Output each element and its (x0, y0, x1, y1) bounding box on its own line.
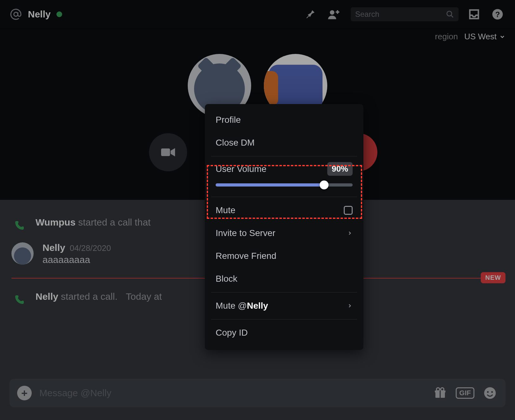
user-volume-label: User Volume (216, 164, 266, 174)
gif-button[interactable]: GIF (456, 387, 474, 399)
menu-copy-id[interactable]: Copy ID (205, 321, 363, 344)
checkbox-icon[interactable] (344, 206, 353, 215)
svg-text:?: ? (495, 10, 500, 19)
phone-icon (11, 218, 27, 233)
avatar[interactable] (11, 242, 34, 265)
svg-point-10 (441, 388, 444, 391)
call-text: started a call that (75, 217, 151, 227)
menu-block[interactable]: Block (205, 267, 363, 290)
svg-point-11 (484, 387, 496, 399)
video-button[interactable] (149, 133, 187, 171)
menu-remove-friend[interactable]: Remove Friend (205, 245, 363, 267)
help-icon[interactable]: ? (490, 6, 505, 22)
menu-profile[interactable]: Profile (205, 108, 363, 131)
menu-separator (211, 292, 357, 292)
svg-point-13 (491, 391, 493, 393)
svg-point-9 (437, 388, 440, 391)
emoji-icon[interactable] (482, 385, 498, 401)
inbox-icon[interactable] (466, 6, 482, 22)
svg-rect-0 (161, 148, 170, 156)
at-icon (10, 8, 22, 21)
gift-icon[interactable] (432, 385, 448, 401)
chevron-right-icon (347, 228, 353, 238)
search-input[interactable]: Search (351, 7, 459, 21)
svg-rect-8 (440, 390, 441, 398)
composer-placeholder: Message @Nelly (39, 388, 425, 398)
menu-mute[interactable]: Mute (205, 199, 363, 222)
channel-name: Nelly (28, 9, 51, 20)
region-selector[interactable]: region US West (435, 32, 505, 42)
region-value: US West (464, 32, 497, 42)
menu-mute-at[interactable]: Mute @Nelly (205, 294, 363, 317)
search-placeholder: Search (355, 10, 446, 19)
menu-separator (211, 156, 357, 156)
user-context-menu: Profile Close DM User Volume 90% Mute In… (205, 104, 363, 350)
svg-point-1 (14, 12, 18, 16)
menu-separator (211, 319, 357, 319)
attach-button[interactable]: + (17, 386, 32, 400)
search-icon (446, 10, 454, 18)
phone-icon (11, 292, 27, 308)
new-badge: NEW (481, 272, 505, 283)
menu-invite-to-server[interactable]: Invite to Server (205, 222, 363, 245)
message-author[interactable]: Nelly (42, 242, 65, 253)
status-online-icon (56, 11, 62, 17)
svg-point-3 (447, 11, 452, 16)
region-label: region (435, 32, 458, 42)
user-volume-value: 90% (327, 162, 353, 176)
svg-point-2 (330, 10, 334, 15)
svg-point-12 (487, 391, 489, 393)
pin-icon[interactable] (303, 6, 318, 22)
call-author: Nelly (36, 291, 58, 302)
call-text: started a call. (58, 291, 118, 302)
add-friend-icon[interactable] (326, 6, 342, 22)
header: Nelly Search ? (0, 0, 515, 29)
call-author: Wumpus (36, 217, 75, 227)
menu-separator (211, 197, 357, 197)
menu-user-volume: User Volume 90% (205, 158, 363, 195)
volume-slider-thumb[interactable] (320, 180, 329, 189)
message-composer[interactable]: + Message @Nelly GIF (10, 379, 505, 407)
chevron-down-icon (499, 34, 505, 40)
message-text: aaaaaaaaa (42, 254, 111, 265)
chevron-right-icon (347, 301, 353, 311)
call-time: Today at (126, 291, 162, 302)
menu-close-dm[interactable]: Close DM (205, 131, 363, 154)
volume-slider[interactable] (216, 183, 353, 187)
message-timestamp: 04/28/2020 (70, 243, 111, 253)
